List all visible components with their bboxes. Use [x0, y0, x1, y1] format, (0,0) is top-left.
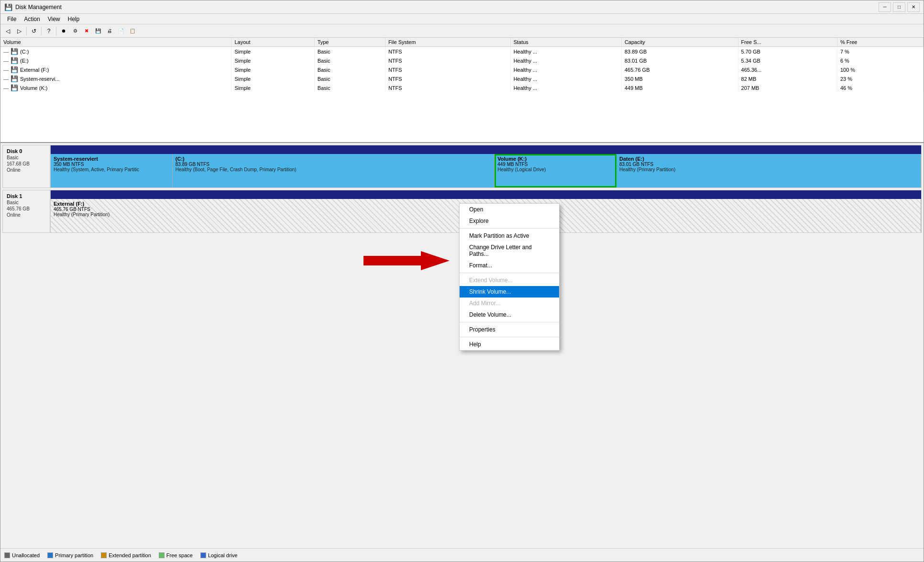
- partition-0-1[interactable]: (C:) 83.89 GB NTFS Healthy (Boot, Page F…: [173, 154, 495, 187]
- menu-view[interactable]: View: [44, 15, 64, 23]
- cell-layout: Simple: [231, 65, 314, 74]
- partition-0-0[interactable]: System-reserviert 350 MB NTFS Healthy (S…: [51, 154, 173, 187]
- ctx-item-properties[interactable]: Properties: [460, 324, 559, 335]
- table-row[interactable]: — 💾 External (F:) Simple Basic NTFS Heal…: [0, 65, 924, 74]
- cell-fs: NTFS: [385, 47, 510, 56]
- legend-logical-label: Logical drive: [208, 552, 238, 558]
- cell-capacity: 83.01 GB: [621, 56, 738, 65]
- partition-0-2[interactable]: Volume (K:) 449 MB NTFS Healthy (Logical…: [495, 154, 616, 187]
- back-button[interactable]: ◁: [2, 26, 13, 36]
- col-pct[interactable]: % Free: [837, 38, 923, 47]
- tool9[interactable]: 📋: [127, 26, 138, 36]
- part-size-0-2: 449 MB NTFS: [497, 162, 613, 167]
- cell-capacity: 350 MB: [621, 74, 738, 83]
- part-status-0-2: Healthy (Logical Drive): [497, 167, 613, 172]
- table-header-row: Volume Layout Type File System Status Ca…: [0, 38, 924, 47]
- table-row[interactable]: — 💾 (C:) Simple Basic NTFS Healthy ... 8…: [0, 47, 924, 56]
- col-capacity[interactable]: Capacity: [621, 38, 738, 47]
- maximize-button[interactable]: □: [893, 2, 905, 12]
- cell-capacity: 83.89 GB: [621, 47, 738, 56]
- refresh-button[interactable]: ↺: [29, 26, 39, 36]
- ctx-item-add-mirror: Add Mirror...: [460, 298, 559, 309]
- ctx-item-mark-partition-as-active[interactable]: Mark Partition as Active: [460, 230, 559, 242]
- forward-button[interactable]: ▷: [14, 26, 24, 36]
- col-filesystem[interactable]: File System: [385, 38, 510, 47]
- toolbar-sep-3: [56, 27, 56, 35]
- close-button[interactable]: ✕: [907, 2, 920, 12]
- ctx-item-open[interactable]: Open: [460, 204, 559, 215]
- cell-status: Healthy ...: [510, 47, 621, 56]
- window-controls: ─ □ ✕: [879, 2, 920, 12]
- cell-layout: Simple: [231, 83, 314, 92]
- menu-action[interactable]: Action: [20, 15, 44, 23]
- part-status-0-3: Healthy (Primary Partition): [619, 167, 918, 172]
- cell-layout: Simple: [231, 47, 314, 56]
- ctx-item-help[interactable]: Help: [460, 339, 559, 350]
- menu-help[interactable]: Help: [64, 15, 84, 23]
- ctx-item-explore[interactable]: Explore: [460, 215, 559, 227]
- tool6[interactable]: 💾: [93, 26, 103, 36]
- volume-table: Volume Layout Type File System Status Ca…: [0, 38, 924, 92]
- svg-marker-0: [363, 251, 450, 270]
- part-name-0-2: Volume (K:): [497, 156, 613, 162]
- tool5[interactable]: ✖: [81, 26, 92, 36]
- cell-free: 465.36...: [738, 65, 837, 74]
- cell-volume: — 💾 External (F:): [0, 65, 231, 74]
- col-volume[interactable]: Volume: [0, 38, 231, 47]
- cell-free: 207 MB: [738, 83, 837, 92]
- col-type[interactable]: Type: [314, 38, 385, 47]
- tool4[interactable]: ⚙: [70, 26, 80, 36]
- rescan-button[interactable]: ⏺: [58, 26, 69, 36]
- cell-pct: 7 %: [837, 47, 923, 56]
- ctx-separator-2: [460, 228, 559, 229]
- cell-layout: Simple: [231, 74, 314, 83]
- volume-table-area: Volume Layout Type File System Status Ca…: [0, 38, 924, 143]
- ctx-item-shrink-volume[interactable]: Shrink Volume...: [460, 286, 559, 298]
- cell-volume: — 💾 System-reservi...: [0, 74, 231, 83]
- part-name-0-3: Daten (E:): [619, 156, 918, 162]
- help-button[interactable]: ?: [44, 26, 54, 36]
- part-size-0-3: 83.01 GB NTFS: [619, 162, 918, 167]
- cell-layout: Simple: [231, 56, 314, 65]
- col-layout[interactable]: Layout: [231, 38, 314, 47]
- cell-capacity: 449 MB: [621, 83, 738, 92]
- partition-0-3[interactable]: Daten (E:) 83.01 GB NTFS Healthy (Primar…: [616, 154, 921, 187]
- part-size-0-0: 350 MB NTFS: [54, 162, 169, 167]
- legend-unallocated-color: [4, 552, 10, 558]
- part-size-0-1: 83.89 GB NTFS: [176, 162, 491, 167]
- context-menu: OpenExploreMark Partition as ActiveChang…: [459, 203, 560, 351]
- cell-type: Basic: [314, 83, 385, 92]
- col-free[interactable]: Free S...: [738, 38, 837, 47]
- tool8[interactable]: 📄: [116, 26, 126, 36]
- table-row[interactable]: — 💾 Volume (K:) Simple Basic NTFS Health…: [0, 83, 924, 92]
- legend-primary: Primary partition: [47, 552, 93, 558]
- minimize-button[interactable]: ─: [879, 2, 891, 12]
- app-icon: 💾: [4, 3, 12, 11]
- cell-volume: — 💾 (C:): [0, 47, 231, 56]
- cell-free: 5.70 GB: [738, 47, 837, 56]
- cell-fs: NTFS: [385, 56, 510, 65]
- arrow-container: [363, 249, 450, 274]
- legend-logical: Logical drive: [200, 552, 238, 558]
- window-title: Disk Management: [15, 4, 62, 11]
- title-bar: 💾 Disk Management ─ □ ✕: [0, 0, 924, 14]
- table-row[interactable]: — 💾 System-reservi... Simple Basic NTFS …: [0, 74, 924, 83]
- legend-logical-color: [200, 552, 206, 558]
- ctx-separator-13: [460, 337, 559, 337]
- ctx-item-format[interactable]: Format...: [460, 260, 559, 271]
- cell-type: Basic: [314, 74, 385, 83]
- table-row[interactable]: — 💾 (E:) Simple Basic NTFS Healthy ... 8…: [0, 56, 924, 65]
- status-bar: Unallocated Primary partition Extended p…: [0, 548, 924, 562]
- menu-file[interactable]: File: [3, 15, 20, 23]
- cell-status: Healthy ...: [510, 56, 621, 65]
- disk-management-window: 💾 Disk Management ─ □ ✕ File Action View…: [0, 0, 924, 562]
- ctx-item-change-drive-letter-and-paths[interactable]: Change Drive Letter and Paths...: [460, 242, 559, 260]
- col-status[interactable]: Status: [510, 38, 621, 47]
- menu-bar: File Action View Help: [0, 14, 924, 24]
- tool7[interactable]: 🖨: [104, 26, 115, 36]
- legend-unallocated: Unallocated: [4, 552, 40, 558]
- disk-label-0: Disk 0Basic167.68 GBOnline: [2, 145, 50, 188]
- disk-label-1: Disk 1Basic465.76 GBOnline: [2, 190, 50, 233]
- disk-header-bar-0: [51, 145, 921, 154]
- ctx-item-delete-volume[interactable]: Delete Volume...: [460, 309, 559, 320]
